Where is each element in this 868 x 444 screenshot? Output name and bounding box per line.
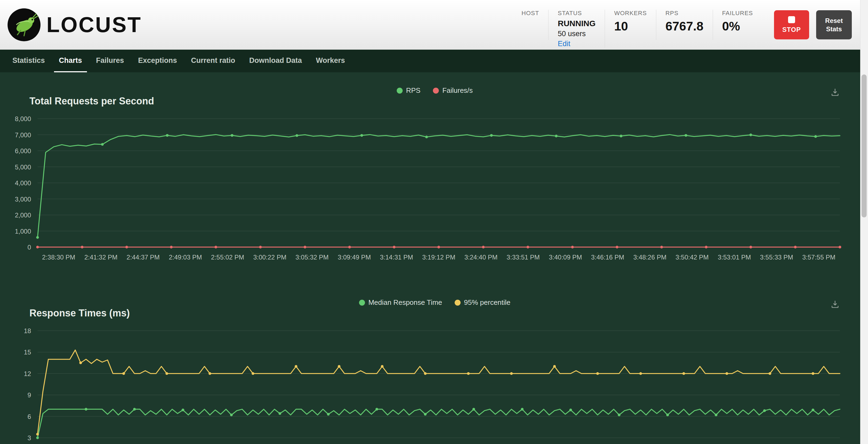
workers-value: 10 — [614, 19, 647, 33]
charts-page: Total Requests per Second RPS Failures/s… — [0, 72, 868, 444]
stat-host: HOST — [512, 10, 549, 40]
svg-text:4,000: 4,000 — [15, 179, 31, 187]
svg-text:2:44:37 PM: 2:44:37 PM — [127, 253, 160, 261]
svg-text:1,000: 1,000 — [15, 228, 31, 235]
tab-statistics[interactable]: Statistics — [7, 49, 50, 72]
tab-workers[interactable]: Workers — [311, 49, 350, 72]
stat-rps: RPS 6767.8 — [656, 10, 713, 40]
svg-text:18: 18 — [24, 327, 31, 335]
svg-text:3:33:51 PM: 3:33:51 PM — [507, 253, 540, 261]
failures-legend-dot — [433, 88, 439, 94]
svg-text:6: 6 — [28, 413, 31, 420]
svg-text:3:53:01 PM: 3:53:01 PM — [718, 253, 751, 261]
p95-legend-dot — [455, 300, 461, 306]
response-chart-legend: Median Response Time 95% percentile — [359, 298, 510, 307]
failures-label: FAILURES — [722, 10, 753, 17]
stat-status: STATUS RUNNING 50 users Edit — [549, 10, 605, 48]
tab-download-data[interactable]: Download Data — [244, 49, 307, 72]
rps-value: 6767.8 — [665, 19, 704, 33]
svg-text:2:49:03 PM: 2:49:03 PM — [169, 253, 202, 261]
failures-value: 0% — [722, 19, 753, 33]
svg-text:2:41:32 PM: 2:41:32 PM — [84, 253, 118, 261]
svg-text:6,000: 6,000 — [15, 147, 31, 155]
svg-text:3,000: 3,000 — [15, 196, 31, 203]
legend-item-median[interactable]: Median Response Time — [359, 298, 442, 307]
svg-text:3:05:32 PM: 3:05:32 PM — [296, 253, 329, 261]
stop-icon — [788, 16, 795, 23]
tab-failures[interactable]: Failures — [91, 49, 129, 72]
svg-text:12: 12 — [24, 370, 31, 377]
svg-text:0: 0 — [28, 244, 31, 251]
response-chart-title: Response Times (ms) — [29, 308, 130, 319]
reset-stats-button[interactable]: Reset Stats — [816, 10, 852, 39]
svg-text:2:55:02 PM: 2:55:02 PM — [211, 253, 244, 261]
svg-text:5,000: 5,000 — [15, 164, 31, 171]
stats-bar: HOST STATUS RUNNING 50 users Edit WORKER… — [512, 0, 762, 49]
rps-label: RPS — [665, 10, 704, 17]
nav-bar: Statistics Charts Failures Exceptions Cu… — [0, 49, 868, 72]
stop-button-label: STOP — [782, 26, 801, 33]
svg-text:3:24:40 PM: 3:24:40 PM — [464, 253, 497, 261]
rps-chart-section: Total Requests per Second RPS Failures/s… — [0, 85, 868, 273]
svg-text:2,000: 2,000 — [15, 211, 31, 219]
legend-item-p95[interactable]: 95% percentile — [455, 298, 510, 307]
rps-plot[interactable]: 8,0007,0006,0005,0004,0003,0002,0001,000… — [0, 108, 868, 273]
tab-current-ratio[interactable]: Current ratio — [186, 49, 240, 72]
response-chart-header: Response Times (ms) Median Response Time… — [29, 297, 840, 319]
svg-text:3:19:12 PM: 3:19:12 PM — [422, 253, 455, 261]
svg-text:3:09:49 PM: 3:09:49 PM — [338, 253, 371, 261]
legend-item-failures[interactable]: Failures/s — [433, 86, 473, 95]
svg-text:3:48:26 PM: 3:48:26 PM — [633, 253, 666, 261]
median-legend-dot — [359, 300, 365, 306]
rps-chart-header: Total Requests per Second RPS Failures/s — [29, 85, 840, 107]
locust-logo[interactable]: LOCUST — [7, 8, 142, 41]
status-value: RUNNING — [558, 19, 595, 28]
download-icon[interactable] — [830, 299, 840, 310]
tab-exceptions[interactable]: Exceptions — [133, 49, 182, 72]
locust-logo-icon — [7, 8, 40, 41]
response-times-chart-section: Response Times (ms) Median Response Time… — [0, 297, 868, 444]
stat-failures: FAILURES 0% — [713, 10, 762, 40]
download-icon[interactable] — [830, 88, 840, 98]
tab-charts[interactable]: Charts — [54, 49, 87, 72]
header: LOCUST HOST STATUS RUNNING 50 users Edit… — [0, 0, 868, 49]
edit-users-link[interactable]: Edit — [558, 40, 595, 48]
response-plot[interactable]: 181512963 — [0, 320, 868, 444]
rps-chart-legend: RPS Failures/s — [397, 86, 473, 95]
svg-text:2:38:30 PM: 2:38:30 PM — [42, 253, 75, 261]
svg-text:3:57:55 PM: 3:57:55 PM — [802, 253, 835, 261]
status-label: STATUS — [558, 10, 595, 17]
legend-item-rps[interactable]: RPS — [397, 86, 420, 95]
svg-text:3:46:16 PM: 3:46:16 PM — [591, 253, 624, 261]
svg-text:3:14:31 PM: 3:14:31 PM — [380, 253, 413, 261]
stat-workers: WORKERS 10 — [605, 10, 656, 40]
svg-text:3:00:22 PM: 3:00:22 PM — [253, 253, 286, 261]
header-actions: STOP Reset Stats — [774, 10, 852, 39]
locust-logo-text: LOCUST — [46, 12, 142, 37]
svg-text:3:55:33 PM: 3:55:33 PM — [760, 253, 793, 261]
svg-text:3:40:09 PM: 3:40:09 PM — [549, 253, 582, 261]
stop-button[interactable]: STOP — [774, 10, 809, 39]
svg-text:3:50:42 PM: 3:50:42 PM — [676, 253, 709, 261]
svg-text:9: 9 — [28, 391, 31, 399]
rps-legend-dot — [397, 88, 402, 94]
host-label: HOST — [522, 10, 539, 17]
status-users: 50 users — [558, 30, 595, 38]
page-scrollbar[interactable] — [860, 0, 868, 444]
svg-text:3: 3 — [28, 434, 31, 442]
svg-text:15: 15 — [24, 348, 31, 356]
scrollbar-thumb[interactable] — [862, 74, 867, 217]
svg-text:7,000: 7,000 — [15, 131, 31, 139]
workers-label: WORKERS — [614, 10, 647, 17]
rps-chart-title: Total Requests per Second — [29, 96, 154, 107]
svg-text:8,000: 8,000 — [15, 115, 31, 123]
